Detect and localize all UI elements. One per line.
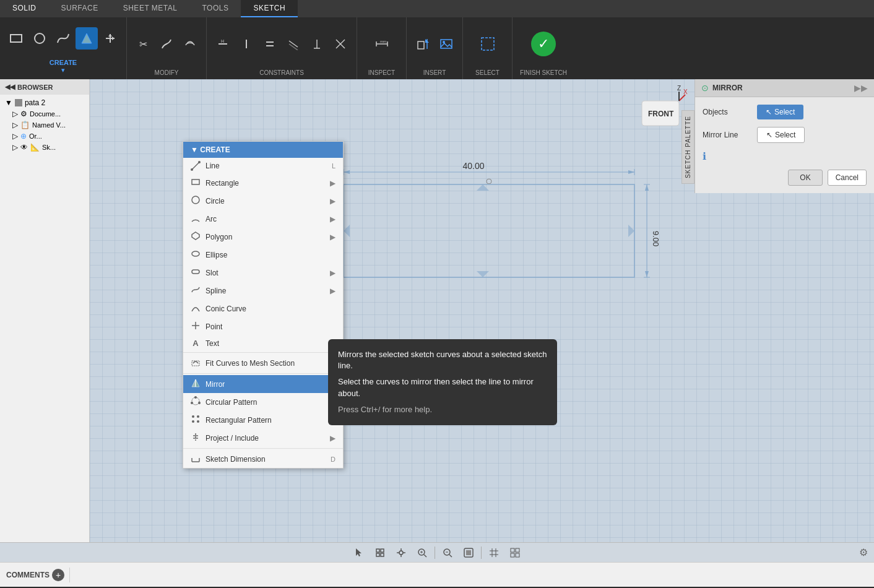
toolbar-h-icon[interactable]: H — [212, 33, 234, 55]
create-dropdown-btn[interactable]: CREATE ▾ — [45, 56, 82, 77]
toolbar-offset-icon[interactable] — [179, 33, 201, 55]
tooltip-desc2: Select the curves to mirror then select … — [338, 376, 547, 399]
create-menu-title: ▼ CREATE — [191, 145, 230, 154]
finish-sketch-icon[interactable]: ✓ — [531, 32, 556, 56]
create-label: CREATE — [50, 59, 77, 66]
menu-item-text[interactable]: A Text — [183, 335, 343, 351]
svg-rect-82 — [381, 549, 384, 552]
menu-item-point-label: Point — [206, 322, 222, 331]
toolbar-v-icon[interactable] — [235, 33, 257, 55]
menu-item-point[interactable]: Point — [183, 318, 343, 335]
layout-icon[interactable] — [506, 544, 524, 561]
grid-capture-icon[interactable] — [371, 544, 389, 561]
comments-label: COMMENTS — [6, 571, 50, 579]
compass[interactable]: FRONT X Z — [639, 85, 688, 135]
menu-item-ellipse[interactable]: Ellipse — [183, 246, 343, 264]
cancel-button[interactable]: Cancel — [828, 170, 867, 186]
tab-surface[interactable]: SURFACE — [49, 0, 111, 17]
toolbar-insert-image-icon[interactable] — [435, 33, 457, 55]
create-dropdown-arrow: ▾ — [61, 66, 65, 74]
menu-item-circular-pattern[interactable]: Circular Pattern — [183, 393, 343, 411]
info-icon: ℹ — [703, 150, 706, 162]
menu-item-circle[interactable]: Circle ▶ — [183, 192, 343, 210]
toolbar-triangle-icon[interactable] — [76, 27, 98, 50]
add-comment-button[interactable]: + — [52, 569, 64, 581]
expand-icon: ▷ — [12, 121, 18, 129]
select-line-button[interactable]: ↖ Select — [757, 127, 805, 143]
grid-toggle-icon[interactable] — [485, 544, 503, 561]
tab-solid[interactable]: SOLID — [0, 0, 49, 17]
menu-item-project[interactable]: Project / Include ▶ — [183, 429, 343, 447]
mirror-panel-body: Objects ↖ Select Mirror Line ↖ Select ℹ — [695, 97, 874, 193]
sidebar-item-doc-settings[interactable]: ▷ ⚙ Docume... — [10, 108, 87, 119]
toolbar-create-section: CREATE ▾ — [0, 17, 127, 79]
menu-divider-3 — [183, 448, 343, 449]
menu-item-arc[interactable]: Arc ▶ — [183, 210, 343, 228]
mirror-line-label: Mirror Line — [703, 131, 752, 139]
toolbar-select-cursor-icon[interactable] — [477, 33, 499, 55]
toolbar-cross-icon[interactable] — [329, 33, 352, 55]
toolbar-equal-icon[interactable] — [259, 33, 281, 55]
zoom-window-icon[interactable] — [439, 544, 456, 561]
tab-tools[interactable]: TOOLS — [189, 0, 241, 17]
sketch-palette-tab[interactable]: SKETCH PALETTE — [681, 110, 694, 184]
toolbar-spline-icon[interactable] — [52, 27, 74, 50]
menu-item-slot[interactable]: Slot ▶ — [183, 264, 343, 282]
collapse-left-icon[interactable]: ◀◀ — [5, 83, 15, 91]
create-menu-header[interactable]: ▼ CREATE — [183, 142, 343, 158]
pan-icon[interactable] — [392, 544, 410, 561]
toolbar-circle-icon[interactable] — [28, 27, 51, 50]
sidebar-item-origin[interactable]: ▷ ⊕ Or... — [10, 131, 87, 142]
toolbar-scissors-icon[interactable]: ✂ — [132, 33, 154, 55]
svg-point-68 — [194, 396, 197, 399]
menu-item-rectangle[interactable]: Rectangle ▶ — [183, 174, 343, 192]
svg-marker-39 — [344, 225, 350, 237]
svg-text:mm: mm — [380, 40, 386, 43]
canvas-area[interactable]: 40.00 9.00 — [90, 79, 874, 542]
menu-item-polygon[interactable]: Polygon ▶ — [183, 228, 343, 246]
mirror-panel-title: MIRROR — [712, 84, 850, 92]
mirror-objects-label: Objects — [703, 108, 752, 116]
toolbar-measure-icon[interactable]: mm — [371, 33, 393, 55]
tab-sheet-metal[interactable]: SHEET METAL — [111, 0, 190, 17]
ok-button[interactable]: OK — [788, 170, 822, 186]
create-menu: ▼ CREATE Line L Rectangle ▶ — [183, 141, 344, 469]
mirror-panel-expand-icon[interactable]: ▶▶ — [854, 83, 868, 93]
sketch-eye-icon: 👁 — [20, 143, 28, 152]
point-menu-icon — [191, 321, 201, 332]
rect-icon — [191, 177, 201, 189]
svg-point-71 — [192, 415, 194, 418]
sidebar-item-named-views[interactable]: ▷ 📋 Named V... — [10, 119, 87, 131]
tab-sketch[interactable]: SKETCH — [241, 0, 298, 17]
sidebar-item-root[interactable]: ▼ pata 2 — [2, 97, 87, 108]
menu-item-line[interactable]: Line L — [183, 158, 343, 174]
menu-item-fit-curves[interactable]: Fit Curves to Mesh Section — [183, 354, 343, 372]
toolbar-perp-icon[interactable] — [306, 33, 328, 55]
menu-item-project-label: Project / Include — [206, 434, 259, 443]
svg-text:9.00: 9.00 — [651, 231, 660, 246]
menu-item-mirror[interactable]: Mirror ⋮ — [183, 375, 343, 393]
named-views-icon: 📋 — [20, 121, 30, 129]
toolbar-insert-arrow-icon[interactable] — [412, 33, 434, 55]
svg-text:X: X — [683, 89, 688, 95]
cursor-select-icon[interactable] — [350, 544, 368, 561]
menu-item-spline[interactable]: Spline ▶ — [183, 282, 343, 300]
select-objects-button[interactable]: ↖ Select — [757, 105, 803, 119]
svg-marker-4 — [112, 37, 115, 40]
comments-divider — [69, 568, 70, 582]
svg-text:40.00: 40.00 — [462, 161, 484, 171]
menu-item-conic[interactable]: Conic Curve — [183, 300, 343, 318]
cursor-icon: ↖ — [766, 108, 772, 116]
svg-rect-81 — [376, 549, 379, 552]
toolbar-trim-icon[interactable] — [155, 33, 178, 55]
sidebar-item-sketches[interactable]: ▷ 👁 📐 Sk... — [10, 142, 87, 153]
expand-icon: ▷ — [12, 110, 18, 118]
display-mode-icon[interactable] — [460, 544, 477, 561]
menu-item-sketch-dimension[interactable]: Sketch Dimension D — [183, 450, 343, 468]
toolbar-rectangle-icon[interactable] — [5, 27, 27, 50]
zoom-fit-icon[interactable] — [413, 544, 431, 561]
menu-item-rectangular-pattern[interactable]: Rectangular Pattern — [183, 411, 343, 429]
settings-gear-icon[interactable]: ⚙ — [859, 547, 868, 558]
toolbar-arrows-icon[interactable] — [99, 27, 121, 50]
toolbar-parallel-icon[interactable] — [282, 33, 305, 55]
